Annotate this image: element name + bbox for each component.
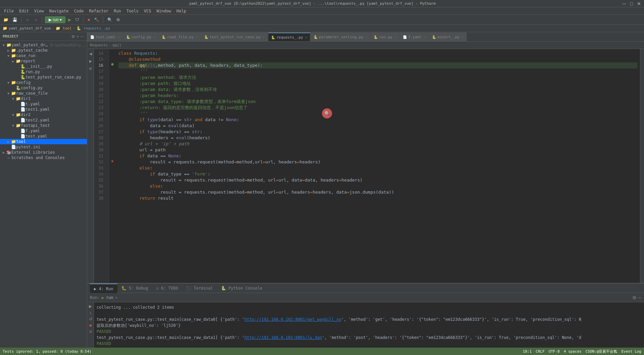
editor-breadcrumb-qq[interactable]: qq() (113, 43, 122, 47)
tab-close-config-py[interactable]: ✕ (153, 35, 155, 39)
tree-raw-case[interactable]: ▼ 📁 raw_case_file (0, 91, 87, 96)
menu-help[interactable]: Help (174, 7, 189, 15)
tab-close-f-yaml[interactable]: ✕ (424, 35, 426, 39)
tree-config-py[interactable]: 🐍 config.py (0, 85, 87, 91)
tree-tool[interactable]: ▶ 📁 tool (0, 139, 87, 144)
tab-f-yaml[interactable]: 📄 f.yaml ✕ (400, 33, 429, 41)
run-rerun-btn[interactable]: ↺ (88, 316, 93, 322)
tree-test-yaml[interactable]: 📄 test.yaml (0, 134, 87, 139)
maximize-button[interactable]: □ (629, 1, 634, 6)
tree-f-yaml[interactable]: 📄 f.yaml (0, 128, 87, 134)
tree-ext-lib[interactable]: ▶ 📚 External Libraries (0, 150, 87, 155)
tree-pytest-cache[interactable]: ▶ 📁 .pytest_cache (0, 48, 87, 53)
tab-todo[interactable]: ☑ 6: TODO (152, 284, 182, 293)
menu-refactor[interactable]: Refactor (86, 7, 111, 15)
code-line-26: data = eval(data) (118, 123, 637, 129)
tree-config[interactable]: ▼ 📁 config (0, 80, 87, 85)
menu-tools[interactable]: Tools (124, 7, 141, 15)
menu-edit[interactable]: Edit (16, 7, 32, 15)
tab-config-py[interactable]: 🐍 config.py ✕ (123, 33, 159, 41)
menu-window[interactable]: Window (154, 7, 174, 15)
tree-test1-yaml[interactable]: 📄 test1.yaml (0, 107, 87, 112)
run-settings-btn[interactable]: ⚙ (632, 295, 637, 300)
tab-read-file[interactable]: 🐍 read_file.py ✕ (159, 33, 201, 41)
tree-pytest-ini[interactable]: 📄 pytest.ini (0, 144, 87, 150)
run-play-btn[interactable]: ▶ (88, 304, 93, 309)
run-toolbar-right: ⚙ ─ (632, 295, 641, 300)
tree-dir2[interactable]: ▼ 📁 dir2 (0, 112, 87, 117)
toolbar-search-btn[interactable]: 🔍 (106, 17, 114, 23)
toolbar-save-btn[interactable]: 💾 (11, 17, 19, 23)
close-button[interactable]: ✕ (637, 1, 641, 6)
tree-run-py[interactable]: 🐍 run.py (0, 69, 87, 74)
tab-close-requests[interactable]: ✕ (305, 36, 307, 39)
left-icon-3[interactable]: ⊕ (87, 65, 94, 72)
tree-t-yaml[interactable]: 📄 t.yaml (0, 101, 87, 107)
tab-close-parameter-setting[interactable]: ✕ (365, 35, 367, 39)
menu-navigate[interactable]: Navigate (47, 7, 71, 15)
tab-assert-py[interactable]: 🐍 assert_.py ✕ (429, 33, 467, 41)
vertical-scrollbar[interactable] (640, 49, 644, 283)
menu-view[interactable]: View (32, 7, 47, 15)
tab-debug[interactable]: 🐛 5: Debug (117, 284, 152, 293)
run-py-icon: 🐍 (20, 69, 25, 74)
toolbar-open-btn[interactable]: 📁 (2, 17, 10, 23)
breadcrumb-tool[interactable]: 📁 tool (56, 26, 71, 31)
tab-terminal[interactable]: ⬛ Terminal (182, 284, 217, 293)
toolbar-stop-btn[interactable]: ■ (86, 17, 91, 23)
left-icon-1[interactable]: ◀ (87, 50, 94, 57)
tab-close-read-file[interactable]: ✕ (196, 35, 198, 39)
tree-dir1[interactable]: ▼ 📁 dir1 (0, 96, 87, 101)
tree-init-py[interactable]: 🐍 __init__.py (0, 64, 87, 69)
run-down-btn[interactable]: ↓ (88, 310, 93, 315)
tab-close-test-yaml[interactable]: ✕ (118, 35, 120, 39)
tab-close-test-pytest-run[interactable]: ✕ (263, 35, 265, 39)
breadcrumb-file[interactable]: 🐍 requests_.py (76, 26, 110, 31)
tab-run[interactable]: ▶ 4: Run (90, 284, 117, 293)
toolbar-forward-btn[interactable]: → (33, 17, 39, 23)
tree-root[interactable]: ▼ 📁 yaml_pytest_drf_vue D:\python2022\y.… (0, 42, 87, 48)
toolbar-debug-btn[interactable]: ▶ (67, 17, 72, 23)
menu-file[interactable]: File (1, 7, 16, 15)
run-close-icon[interactable]: ✕ (115, 296, 117, 299)
menu-vcs[interactable]: VCS (141, 7, 154, 15)
tab-test-pytest-run[interactable]: 🐍 test_pytest_run_case.py ✕ (201, 33, 268, 41)
term-line-6: test_pytest_run_case.py::test_main[case_… (97, 335, 641, 341)
sidebar-more-btn[interactable]: ⋯ (80, 34, 84, 39)
run-close-btn[interactable]: ─ (638, 295, 641, 300)
tree-test2-yaml[interactable]: 📄 test2.yaml (0, 117, 87, 123)
sidebar-expand-btn[interactable]: + (76, 34, 79, 39)
tab-parameter-setting[interactable]: 🐍 parameter_setting.py ✕ (311, 33, 370, 41)
link-ludan[interactable]: http://192.168.0.102:8001/lu_dan (245, 335, 322, 340)
minimize-button[interactable]: ─ (622, 1, 627, 6)
tree-test-pytest[interactable]: 🐍 test_pytest_run_case.py (0, 74, 87, 80)
tab-test-yaml[interactable]: 📄 test.yaml ✕ (87, 33, 123, 41)
tab-requests[interactable]: 🐍 requests_.py ✕ (268, 33, 310, 41)
run-close-panel-btn[interactable]: ✕ (88, 329, 93, 335)
tab-close-assert-py[interactable]: ✕ (462, 35, 464, 39)
search-overlay-button[interactable]: 🔍 (322, 108, 332, 118)
toolbar-coverage-btn[interactable]: 🛡 (74, 17, 80, 23)
tab-run-py[interactable]: 🐍 run.py ✕ (371, 33, 399, 41)
toolbar-settings-btn[interactable]: ⚙ (115, 17, 121, 23)
toolbar-build-btn[interactable]: 🔨 (93, 17, 100, 23)
run-button[interactable]: ▶ run ▾ (45, 16, 65, 23)
tree-case-run[interactable]: ▼ 📁 case_run (0, 53, 87, 58)
tab-close-run-py[interactable]: ✕ (394, 35, 396, 39)
sidebar-settings-btn[interactable]: ⚙ (71, 34, 75, 39)
left-icon-2[interactable]: ▶ (87, 58, 94, 64)
menu-run[interactable]: Run (111, 7, 124, 15)
tab-python-console[interactable]: 🐍 Python Console (217, 284, 266, 293)
breadcrumb-bar: 📁 yaml_pytest_drf_vue › 📁 tool › 🐍 reque… (0, 25, 644, 32)
tree-scratches[interactable]: ✏️ Scratches and Consoles (0, 155, 87, 160)
code-content[interactable]: class Requests: @classmethod def qq(cls,… (116, 49, 640, 283)
tree-report[interactable]: ▶ 📁 report (0, 58, 87, 64)
toolbar-back-btn[interactable]: ← (24, 17, 31, 23)
breadcrumb-root[interactable]: yaml_pytest_drf_vue (9, 26, 51, 31)
run-stop-btn[interactable]: ■ (88, 323, 93, 328)
menu-code[interactable]: Code (71, 7, 87, 15)
link-waybill[interactable]: http://192.168.0.102:8001/get_waybill_no (245, 317, 341, 322)
event-log-btn[interactable]: Event Log (621, 349, 641, 354)
editor-breadcrumb-requests[interactable]: Requests (90, 43, 108, 47)
tree-fastapi[interactable]: ▼ 📁 fastapi_test (0, 123, 87, 128)
